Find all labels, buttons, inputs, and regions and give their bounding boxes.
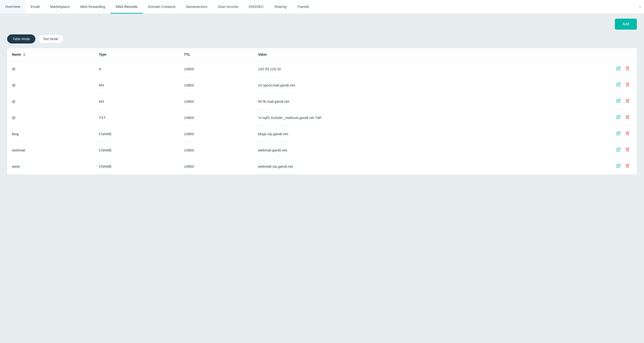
cell-value: 142.93.129.32	[253, 61, 532, 77]
edit-button[interactable]	[614, 65, 623, 73]
cell-ttl: 10800	[179, 158, 253, 175]
col-header-type: Type	[94, 48, 179, 61]
edit-button[interactable]	[614, 82, 623, 89]
table-row: webmailCNAME10800webmail.gandi.net.	[7, 142, 637, 158]
edit-button[interactable]	[614, 130, 623, 138]
tab-email[interactable]: Email	[26, 0, 45, 14]
col-header-value: Value	[253, 48, 532, 61]
tab-overview[interactable]: Overview	[0, 0, 26, 14]
cell-actions	[532, 158, 637, 175]
cell-name: @	[7, 93, 94, 110]
tab-sharing[interactable]: Sharing	[269, 0, 292, 14]
cell-actions	[532, 93, 637, 110]
cell-type: TXT	[94, 110, 179, 126]
cell-actions	[532, 61, 637, 77]
edit-button[interactable]	[614, 114, 623, 121]
table-row: blogCNAME10800blogs.vip.gandi.net.	[7, 126, 637, 142]
cell-actions	[532, 142, 637, 158]
edit-button[interactable]	[614, 146, 623, 154]
table-mode-button[interactable]: Table Mode	[7, 34, 35, 44]
tab-transfer[interactable]: Transfe	[292, 0, 314, 14]
delete-button[interactable]	[623, 146, 632, 154]
delete-button[interactable]	[623, 114, 632, 121]
delete-button[interactable]	[623, 98, 632, 105]
col-header-ttl: TTL	[179, 48, 253, 61]
main-content: Add Table Mode Text Mode Name ⇧ Type TTL…	[0, 14, 644, 341]
tab-glue-records[interactable]: Glue records	[212, 0, 244, 14]
tab-nameservers[interactable]: Nameservers	[181, 0, 212, 14]
tab-dns-records[interactable]: DNS Records	[110, 0, 143, 14]
cell-value: "v=spf1 include:_mailcust.gandi.net ?all…	[253, 110, 532, 126]
cell-name: @	[7, 77, 94, 93]
cell-name: @	[7, 61, 94, 77]
cell-ttl: 10800	[179, 61, 253, 77]
mode-bar: Table Mode Text Mode	[7, 34, 637, 44]
top-bar: Add	[7, 19, 637, 30]
cell-name: @	[7, 110, 94, 126]
cell-type: CNAME	[94, 142, 179, 158]
cell-value: 10 spool.mail.gandi.net.	[253, 77, 532, 93]
cell-type: MX	[94, 77, 179, 93]
table-row: @TXT10800"v=spf1 include:_mailcust.gandi…	[7, 110, 637, 126]
dns-records-table: Name ⇧ Type TTL Value @A10800142.93.129.…	[7, 48, 637, 174]
text-mode-button[interactable]: Text Mode	[37, 34, 64, 44]
cell-name: blog	[7, 126, 94, 142]
add-button[interactable]: Add	[615, 19, 637, 30]
delete-button[interactable]	[623, 163, 632, 170]
cell-type: CNAME	[94, 126, 179, 142]
cell-value: webredir.vip.gandi.net.	[253, 158, 532, 175]
cell-type: MX	[94, 93, 179, 110]
table-row: wwwCNAME10800webredir.vip.gandi.net.	[7, 158, 637, 175]
cell-type: CNAME	[94, 158, 179, 175]
table-row: @A10800142.93.129.32	[7, 61, 637, 77]
cell-value: blogs.vip.gandi.net.	[253, 126, 532, 142]
table-header-row: Name ⇧ Type TTL Value	[7, 48, 637, 61]
tab-domain-contacts[interactable]: Domain Contacts	[143, 0, 181, 14]
delete-button[interactable]	[623, 82, 632, 89]
cell-actions	[532, 77, 637, 93]
delete-button[interactable]	[623, 130, 632, 138]
delete-button[interactable]	[623, 65, 632, 73]
cell-ttl: 10800	[179, 126, 253, 142]
tab-dnssec[interactable]: DNSSEC	[244, 0, 269, 14]
col-header-name[interactable]: Name ⇧	[7, 48, 94, 61]
col-header-actions	[532, 48, 637, 61]
tab-web-forwarding[interactable]: Web forwarding	[75, 0, 110, 14]
table-row: @MX1080010 spool.mail.gandi.net.	[7, 77, 637, 93]
cell-actions	[532, 110, 637, 126]
cell-ttl: 10800	[179, 110, 253, 126]
cell-ttl: 10800	[179, 93, 253, 110]
table-row: @MX1080050 fb.mail.gandi.net.	[7, 93, 637, 110]
edit-button[interactable]	[614, 98, 623, 105]
tab-marketplace[interactable]: Marketplace	[45, 0, 75, 14]
cell-name: webmail	[7, 142, 94, 158]
tab-scroll-right[interactable]: ›	[636, 0, 644, 14]
cell-value: 50 fb.mail.gandi.net.	[253, 93, 532, 110]
cell-value: webmail.gandi.net.	[253, 142, 532, 158]
cell-type: A	[94, 61, 179, 77]
sort-arrow-icon: ⇧	[23, 53, 25, 56]
edit-button[interactable]	[614, 163, 623, 170]
tab-bar: Overview Email Marketplace Web forwardin…	[0, 0, 644, 14]
cell-ttl: 10800	[179, 142, 253, 158]
cell-name: www	[7, 158, 94, 175]
cell-actions	[532, 126, 637, 142]
cell-ttl: 10800	[179, 77, 253, 93]
